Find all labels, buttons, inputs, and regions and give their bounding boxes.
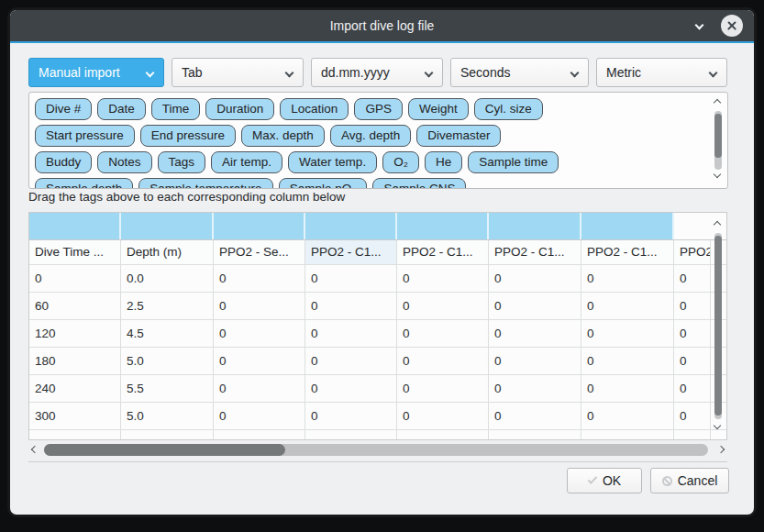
table-cell[interactable]: 0	[581, 293, 674, 319]
tag-water-temp[interactable]: Water temp.	[288, 151, 377, 173]
tag-weight[interactable]: Weight	[408, 98, 469, 120]
table-cell[interactable]: 0	[674, 375, 711, 402]
table-cell[interactable]: 0	[214, 320, 305, 347]
tag-o[interactable]: O₂	[382, 151, 419, 173]
table-cell[interactable]: 0	[397, 375, 489, 402]
table-cell[interactable]: 0	[489, 265, 581, 292]
table-cell[interactable]: 0	[214, 348, 305, 374]
table-cell[interactable]: 0	[581, 375, 674, 402]
table-cell[interactable]: 5.0	[121, 348, 214, 374]
drop-target-cell[interactable]	[29, 213, 121, 239]
tag-tags[interactable]: Tags	[158, 151, 206, 173]
table-cell[interactable]: 300	[29, 403, 121, 429]
tag-gps[interactable]: GPS	[354, 98, 403, 120]
table-vertical-scrollbar[interactable]	[711, 215, 725, 439]
drop-target-cell[interactable]	[397, 213, 489, 239]
table-cell[interactable]: 0	[581, 348, 674, 374]
table-cell[interactable]: 0	[489, 293, 581, 319]
tag-sample-po[interactable]: Sample pO₂	[279, 178, 368, 189]
tag-end-pressure[interactable]: End pressure	[140, 125, 236, 147]
tag-he[interactable]: He	[425, 151, 462, 173]
table-cell[interactable]: 0	[674, 265, 711, 292]
table-cell[interactable]: 0	[581, 403, 674, 429]
table-cell[interactable]: 0	[214, 403, 305, 429]
table-horizontal-scrollbar[interactable]	[28, 442, 727, 458]
table-row[interactable]: 00.0000000	[29, 265, 726, 293]
scroll-up-icon[interactable]	[714, 99, 721, 106]
table-cell[interactable]: 0	[214, 375, 305, 402]
column-header[interactable]: PPO2 - C1...	[305, 240, 397, 264]
scroll-down-icon[interactable]	[714, 171, 721, 178]
scrollbar-thumb[interactable]	[714, 114, 722, 158]
table-cell[interactable]: 5.0	[121, 403, 214, 429]
scroll-down-icon[interactable]	[714, 422, 721, 429]
combo-seconds[interactable]: Seconds	[450, 58, 589, 87]
table-cell[interactable]: 0	[489, 375, 581, 402]
column-header[interactable]: PPO2 - Se...	[214, 240, 305, 264]
tagbox-vertical-scrollbar[interactable]	[711, 93, 725, 188]
table-cell[interactable]: 0	[29, 265, 121, 292]
column-header[interactable]: PPO2 - C1...	[581, 240, 674, 264]
table-cell[interactable]: 0	[305, 293, 397, 319]
tag-sample-depth[interactable]: Sample depth	[35, 178, 133, 189]
table-cell[interactable]: 4.5	[121, 320, 214, 347]
table-cell[interactable]: 0	[397, 403, 489, 429]
column-header[interactable]: PPO2 - C1...	[397, 240, 489, 264]
table-cell[interactable]: 0	[674, 403, 711, 429]
table-row[interactable]: 602.5000000	[29, 293, 726, 320]
table-cell[interactable]: 0	[489, 320, 581, 347]
table-cell[interactable]: 5.5	[121, 375, 214, 402]
drop-target-cell[interactable]	[214, 213, 305, 239]
table-row[interactable]: 1805.0000000	[29, 348, 726, 375]
tag-sample-time[interactable]: Sample time	[468, 151, 559, 173]
combo-metric[interactable]: Metric	[596, 58, 727, 87]
tag-sample-temperature[interactable]: Sample temperature	[138, 178, 272, 189]
table-cell[interactable]: 240	[29, 375, 121, 402]
tag-start-pressure[interactable]: Start pressure	[35, 125, 135, 147]
drop-target-cell[interactable]	[305, 213, 397, 239]
column-header[interactable]: PPO2	[674, 240, 711, 264]
scroll-right-icon[interactable]	[717, 446, 725, 453]
cancel-button[interactable]: Cancel	[650, 468, 729, 493]
tag-divemaster[interactable]: Divemaster	[416, 125, 501, 147]
combo-tab[interactable]: Tab	[172, 58, 304, 87]
table-row[interactable]: 2405.5000000	[29, 375, 726, 403]
table-cell[interactable]: 0	[489, 348, 581, 374]
table-cell[interactable]: 0	[305, 320, 397, 347]
table-cell[interactable]: 120	[29, 320, 121, 347]
table-cell[interactable]: 0	[674, 293, 711, 319]
table-cell[interactable]: 0.0	[121, 265, 214, 292]
table-row[interactable]: 3005.0000000	[29, 403, 726, 430]
combo-manual-import[interactable]: Manual import	[28, 58, 164, 87]
tag-notes[interactable]: Notes	[97, 151, 151, 173]
tag-dive[interactable]: Dive #	[35, 98, 92, 120]
close-button[interactable]	[721, 15, 743, 37]
table-cell[interactable]: 0	[674, 348, 711, 374]
tag-air-temp[interactable]: Air temp.	[211, 151, 282, 173]
tag-time[interactable]: Time	[151, 98, 201, 120]
table-cell[interactable]: 0	[305, 403, 397, 429]
table-cell[interactable]: 0	[489, 403, 581, 429]
drop-target-cell[interactable]	[121, 213, 214, 239]
tag-max-depth[interactable]: Max. depth	[241, 125, 325, 147]
column-header[interactable]: PPO2 - C1...	[489, 240, 581, 264]
tag-cyl-size[interactable]: Cyl. size	[474, 98, 543, 120]
table-cell[interactable]: 0	[397, 320, 489, 347]
ok-button[interactable]: OK	[567, 468, 642, 493]
tag-date[interactable]: Date	[97, 98, 146, 120]
table-cell[interactable]: 0	[305, 375, 397, 402]
table-cell[interactable]: 0	[397, 265, 489, 292]
tag-location[interactable]: Location	[280, 98, 349, 120]
table-cell[interactable]: 0	[397, 348, 489, 374]
table-cell[interactable]: 60	[29, 293, 121, 319]
table-cell[interactable]: 0	[305, 348, 397, 374]
drop-target-cell[interactable]	[674, 213, 711, 239]
table-cell[interactable]: 0	[214, 265, 305, 292]
scroll-left-icon[interactable]	[31, 446, 39, 453]
tag-avg-depth[interactable]: Avg. depth	[330, 125, 411, 147]
scrollbar-thumb[interactable]	[44, 444, 285, 456]
column-header[interactable]: Depth (m)	[121, 240, 214, 264]
table-cell[interactable]: 2.5	[121, 293, 214, 319]
table-cell[interactable]: 180	[29, 348, 121, 374]
tag-sample-cns[interactable]: Sample CNS	[372, 178, 466, 189]
